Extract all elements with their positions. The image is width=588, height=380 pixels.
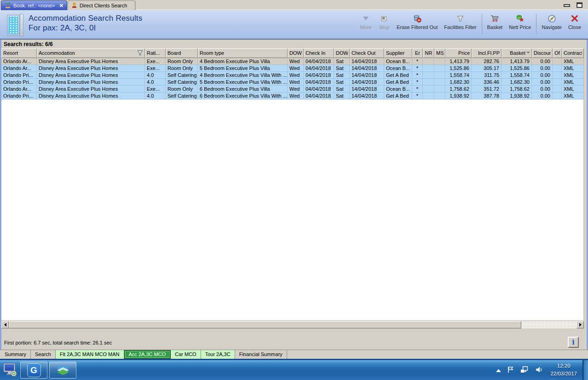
result-row-6[interactable]: Orlando Pri...Disney Area Executive Plus…	[1, 93, 584, 99]
column-header-of[interactable]: Of	[553, 48, 562, 58]
column-header-check-in[interactable]: Check In	[304, 48, 334, 58]
cell-er: *	[412, 72, 423, 79]
column-header-accommodation[interactable]: Accommodation	[37, 48, 145, 58]
column-header-supplier[interactable]: Supplier	[384, 48, 412, 58]
search-results-count: Search results: 6/6	[1, 40, 587, 48]
bottom-tab-summary[interactable]: Summary	[0, 350, 31, 359]
show-desktop-button[interactable]	[582, 360, 588, 380]
column-header-dow[interactable]: DOW	[288, 48, 304, 58]
cell-dow: Sat	[334, 72, 350, 79]
column-header-basket[interactable]: Basket	[502, 48, 532, 58]
filter-funnel-icon	[456, 14, 464, 23]
horizontal-scrollbar[interactable]	[1, 321, 584, 328]
column-header-rati[interactable]: Rati...	[145, 48, 166, 58]
tab-booking-ref[interactable]: Book. ref.: <none> ✕	[1, 0, 67, 10]
cell-nr	[423, 79, 434, 86]
taskbar-clock[interactable]: 12:20 22/03/2017	[550, 362, 577, 378]
column-header-board[interactable]: Board	[166, 48, 198, 58]
cell-incl-fl-pp: 305.17	[472, 65, 502, 72]
taskbar-layers-app-button[interactable]	[49, 362, 76, 379]
cell-nr	[423, 86, 434, 93]
show-hidden-icons-chevron[interactable]	[496, 368, 501, 373]
info-button[interactable]: i	[568, 337, 579, 348]
cell-price: 1,938.92	[445, 93, 472, 99]
bottom-tab-flt-2a-3c-man-mco-man[interactable]: Flt 2A,3C MAN MCO MAN	[56, 350, 124, 359]
hotel-building-icon	[7, 13, 23, 36]
cell-ms	[434, 72, 445, 79]
cell-board: Self Catering	[166, 93, 198, 99]
cell-nr	[423, 93, 434, 99]
cell-accommodation: Disney Area Executive Plus Homes	[37, 65, 145, 72]
bottom-tab-tour-2a-3c[interactable]: Tour 2A,3C	[201, 350, 235, 359]
navigate-button[interactable]: Navigate	[538, 12, 565, 30]
status-bar: First portion: 6.7 sec, total search tim…	[1, 328, 587, 350]
scroll-right-button[interactable]	[576, 321, 584, 328]
cell-rati: Exe...	[145, 86, 166, 93]
cell-supplier: Get A Bed	[384, 79, 412, 86]
bottom-tab-search[interactable]: Search	[31, 350, 56, 359]
cell-resort: Orlando Ar...	[1, 65, 37, 72]
column-header-ms[interactable]: MS	[434, 48, 445, 58]
cell-accommodation: Disney Area Executive Plus Homes	[37, 86, 145, 93]
result-row-3[interactable]: Orlando Pri...Disney Area Executive Plus…	[1, 72, 584, 79]
column-header-discount[interactable]: Discount	[532, 48, 553, 58]
volume-icon[interactable]	[535, 366, 543, 374]
column-header-room-type[interactable]: Room type	[198, 48, 288, 58]
cell-rati: 4.0	[145, 93, 166, 99]
taskbar-g-app-button[interactable]: G	[20, 362, 47, 379]
cell-room-type: 4 Bedroom Executive Plus Villa	[198, 58, 288, 65]
cell-discount: 0.00	[532, 86, 553, 93]
bottom-tab-car-mco[interactable]: Car MCO	[171, 350, 201, 359]
tab-direct-clients-search[interactable]: Direct Clients Search	[68, 0, 135, 10]
cell-dow: Wed	[288, 72, 304, 79]
cell-rati: 4.0	[145, 72, 166, 79]
column-filter-funnel-icon[interactable]	[137, 50, 143, 56]
window-minimize-button[interactable]	[564, 4, 570, 7]
cell-check-in: 04/04/2018	[304, 58, 334, 65]
cell-of	[553, 86, 562, 93]
scrollbar-thumb[interactable]	[9, 321, 521, 328]
cell-supplier: Get A Bed	[384, 72, 412, 79]
column-header-resort[interactable]: Resort	[1, 48, 37, 58]
scroll-left-button[interactable]	[1, 321, 9, 328]
erase-filtered-out-button[interactable]: Erase Filtered Out	[393, 12, 441, 30]
cell-dow: Sat	[334, 58, 350, 65]
result-row-1[interactable]: Orlando Ar...Disney Area Executive Plus …	[1, 58, 584, 65]
column-header-check-out[interactable]: Check Out	[350, 48, 384, 58]
cell-check-in: 04/04/2018	[304, 72, 334, 79]
result-row-2[interactable]: Orlando Ar...Disney Area Executive Plus …	[1, 65, 584, 72]
layers-diamond-icon	[55, 365, 71, 376]
cell-room-type: 6 Bedroom Executive Plus Villa	[198, 86, 288, 93]
bottom-tab-financial-summary[interactable]: Financial Summary	[235, 350, 287, 359]
bottom-tab-acc-2a-3c-mco[interactable]: Acc 2A,3C MCO	[124, 350, 171, 359]
column-header-er[interactable]: Er	[412, 48, 423, 58]
result-row-4[interactable]: Orlando Pri...Disney Area Executive Plus…	[1, 79, 584, 86]
column-header-contract[interactable]: Contract	[562, 48, 584, 58]
network-icon[interactable]	[520, 366, 529, 374]
nett-price-button[interactable]: Nett Price	[506, 12, 534, 30]
column-header-nr[interactable]: NR	[423, 48, 434, 58]
cell-check-out: 14/04/2018	[350, 58, 384, 65]
column-header-incl-fl-pp[interactable]: Incl.Fl.PP	[472, 48, 502, 58]
close-button[interactable]: Close	[565, 12, 584, 30]
cell-er: *	[412, 93, 423, 99]
compass-icon	[548, 14, 556, 23]
cell-basket: 1,758.62	[502, 86, 532, 93]
cell-ms	[434, 58, 445, 65]
basket-button[interactable]: Basket	[484, 12, 506, 30]
red-x-icon	[571, 14, 578, 23]
facilities-filter-button[interactable]: Facilities Filter	[441, 12, 479, 30]
cell-basket: 1,525.86	[502, 65, 532, 72]
cell-of	[553, 93, 562, 99]
cell-nr	[423, 65, 434, 72]
cell-check-out: 14/04/2018	[350, 79, 384, 86]
result-row-5[interactable]: Orlando Ar...Disney Area Executive Plus …	[1, 86, 584, 93]
tab-close-icon[interactable]: ✕	[59, 3, 63, 9]
column-header-price[interactable]: Price	[445, 48, 472, 58]
action-center-flag-icon[interactable]	[507, 366, 514, 374]
column-header-dow[interactable]: DOW	[334, 48, 350, 58]
taskbar-remote-desktop-button[interactable]	[2, 362, 18, 378]
window-maximize-button[interactable]	[576, 2, 582, 8]
cell-of	[553, 79, 562, 86]
page-title-line2: For pax: 2A, 3C, 0I	[29, 23, 143, 33]
